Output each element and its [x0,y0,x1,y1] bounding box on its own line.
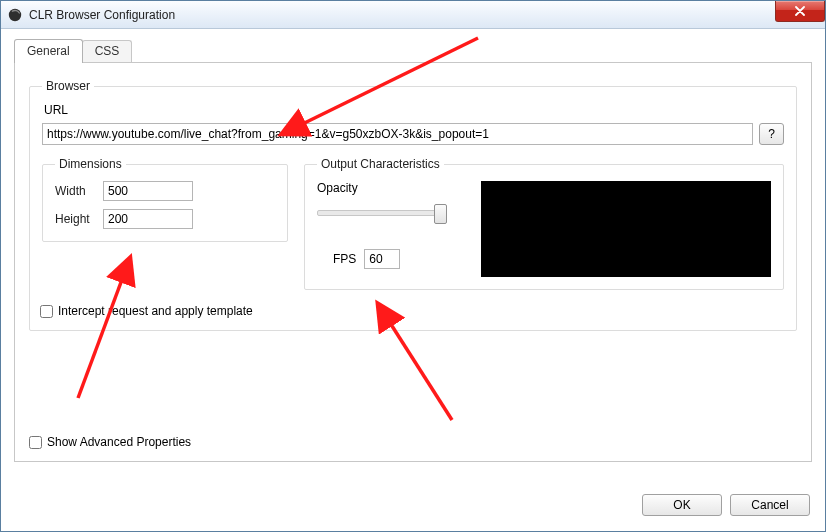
opacity-slider-track [317,210,447,216]
title-bar: CLR Browser Configuration [1,1,825,29]
tab-general[interactable]: General [14,39,83,63]
advanced-label: Show Advanced Properties [47,435,191,449]
dimensions-group: Dimensions Width Height [42,157,288,242]
fps-label: FPS [333,252,356,266]
close-icon [794,6,806,16]
dimensions-legend: Dimensions [55,157,126,171]
ok-button[interactable]: OK [642,494,722,516]
client-area: General CSS Browser URL ? [2,30,824,530]
output-legend: Output Characteristics [317,157,444,171]
opacity-slider[interactable] [317,201,447,225]
intercept-label: Intercept request and apply template [58,304,253,318]
tab-panel-general: Browser URL ? Dimensions [14,62,812,462]
height-label: Height [55,212,103,226]
window-title: CLR Browser Configuration [29,8,819,22]
tab-css[interactable]: CSS [82,40,133,62]
close-button[interactable] [775,1,825,22]
output-group: Output Characteristics Opacity [304,157,784,290]
opacity-label: Opacity [317,181,467,195]
dialog-buttons: OK Cancel [642,494,810,516]
opacity-slider-thumb[interactable] [434,204,447,224]
height-input[interactable] [103,209,193,229]
advanced-checkbox[interactable] [29,436,42,449]
tab-strip: General CSS [14,40,812,62]
width-label: Width [55,184,103,198]
app-icon [7,7,23,23]
cancel-button[interactable]: Cancel [730,494,810,516]
browser-legend: Browser [42,79,94,93]
window-frame: CLR Browser Configuration General CSS Br… [0,0,826,532]
url-help-button[interactable]: ? [759,123,784,145]
intercept-checkbox[interactable] [40,305,53,318]
url-input[interactable] [42,123,753,145]
url-label: URL [44,103,784,117]
fps-input[interactable] [364,249,400,269]
advanced-checkbox-row[interactable]: Show Advanced Properties [29,435,191,449]
width-input[interactable] [103,181,193,201]
intercept-checkbox-row[interactable]: Intercept request and apply template [40,304,784,318]
output-preview [481,181,771,277]
browser-group: Browser URL ? Dimensions [29,79,797,331]
